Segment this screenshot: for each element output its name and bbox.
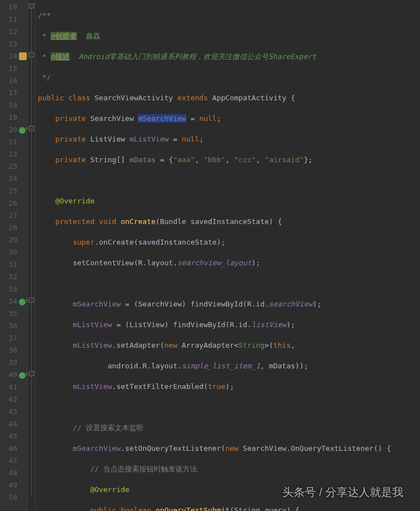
line-number[interactable]: 44 xyxy=(0,418,27,430)
code-line: * @描述 Android零基础入门到精通系列教程，欢迎关注微信公众号Share… xyxy=(38,51,420,63)
line-number[interactable]: 15 xyxy=(0,62,27,75)
line-number[interactable]: 25 xyxy=(0,185,27,197)
code-line: public boolean onQueryTextSubmit(String … xyxy=(38,504,420,511)
line-number[interactable]: 39 xyxy=(0,357,27,369)
code-line: mListView = (ListView) findViewById(R.id… xyxy=(38,319,420,331)
code-line: * @创建者 鑫鱻 xyxy=(38,30,420,42)
line-number[interactable]: 12 xyxy=(0,26,27,38)
line-number[interactable]: 36 xyxy=(0,320,27,332)
code-line: private ListView mListView = null; xyxy=(38,133,420,145)
code-line: protected void onCreate(Bundle savedInst… xyxy=(38,216,420,228)
line-number[interactable]: 26 xyxy=(0,197,27,210)
code-line: mListView.setTextFilterEnabled(true); xyxy=(38,381,420,393)
code-line: public class SearchViewActivity extends … xyxy=(38,92,420,104)
line-number[interactable]: 14 xyxy=(0,50,27,62)
line-number[interactable]: 46 xyxy=(0,442,27,455)
line-number[interactable]: 31 xyxy=(0,259,27,271)
code-line: mSearchView = (SearchView) findViewById(… xyxy=(38,298,420,310)
code-line: setContentView(R.layout.searchview_layou… xyxy=(38,257,420,269)
code-editor[interactable]: 10 11 12 13 14 15 16 17 18 19 20 21 22 2… xyxy=(0,0,420,511)
fold-toggle-icon[interactable]: - xyxy=(29,126,34,131)
code-line: mListView.setAdapter(new ArrayAdapter<St… xyxy=(38,339,420,352)
line-number[interactable]: 35 xyxy=(0,308,27,320)
line-number[interactable]: 34 xyxy=(0,295,27,308)
watermark-text: 头条号 / 分享达人就是我 xyxy=(282,485,403,500)
line-number[interactable]: 29 xyxy=(0,234,27,246)
fold-toggle-icon[interactable]: - xyxy=(29,371,34,376)
line-number[interactable]: 24 xyxy=(0,173,27,185)
line-number[interactable]: 18 xyxy=(0,99,27,111)
code-line: // 设置搜索文本监听 xyxy=(38,422,420,434)
line-number[interactable]: 30 xyxy=(0,246,27,259)
line-number[interactable]: 10 xyxy=(0,1,27,13)
fold-column[interactable]: - - - - - xyxy=(28,0,36,511)
code-area[interactable]: /** * @创建者 鑫鱻 * @描述 Android零基础入门到精通系列教程，… xyxy=(36,0,420,511)
fold-toggle-icon[interactable]: - xyxy=(29,52,34,57)
line-number[interactable]: 16 xyxy=(0,75,27,87)
line-number[interactable]: 17 xyxy=(0,87,27,99)
line-number[interactable]: 11 xyxy=(0,13,27,26)
line-number[interactable]: 37 xyxy=(0,332,27,344)
line-number[interactable]: 20 xyxy=(0,124,27,136)
line-number[interactable]: 22 xyxy=(0,148,27,160)
line-number[interactable]: 19 xyxy=(0,111,27,124)
code-line: mSearchView.setOnQueryTextListener(new S… xyxy=(38,442,420,455)
line-number[interactable]: 45 xyxy=(0,430,27,442)
code-line: android.R.layout.simple_list_item_1, mDa… xyxy=(38,360,420,372)
code-line xyxy=(38,278,420,290)
code-line xyxy=(38,174,420,187)
line-number[interactable]: 13 xyxy=(0,38,27,50)
code-line: @Override xyxy=(38,195,420,207)
line-number[interactable]: 28 xyxy=(0,222,27,234)
code-line: private String[] mDatas = {"aaa", "bbb",… xyxy=(38,154,420,166)
line-number[interactable]: 40 xyxy=(0,369,27,381)
line-number[interactable]: 21 xyxy=(0,136,27,148)
code-line: */ xyxy=(38,71,420,84)
line-number[interactable]: 27 xyxy=(0,210,27,222)
fold-toggle-icon[interactable]: - xyxy=(29,3,34,8)
line-number[interactable]: 32 xyxy=(0,271,27,283)
code-line xyxy=(38,401,420,413)
class-icon[interactable] xyxy=(19,52,27,60)
code-line: // 当点击搜索按钮时触发该方法 xyxy=(38,463,420,475)
line-number-gutter[interactable]: 10 11 12 13 14 15 16 17 18 19 20 21 22 2… xyxy=(0,0,28,511)
code-line: private SearchView mSearchView = null; xyxy=(38,113,420,125)
line-number[interactable]: 50 xyxy=(0,491,27,504)
line-number[interactable]: 48 xyxy=(0,467,27,479)
line-number[interactable]: 42 xyxy=(0,393,27,406)
line-number[interactable]: 38 xyxy=(0,344,27,357)
fold-toggle-icon[interactable]: - xyxy=(29,298,34,303)
code-line: /** xyxy=(38,9,420,22)
line-number[interactable]: 47 xyxy=(0,455,27,467)
line-number[interactable]: 43 xyxy=(0,406,27,418)
code-line: super.onCreate(savedInstanceState); xyxy=(38,236,420,249)
line-number[interactable]: 23 xyxy=(0,160,27,173)
line-number[interactable]: 41 xyxy=(0,381,27,393)
line-number[interactable]: 33 xyxy=(0,283,27,295)
line-number[interactable]: 49 xyxy=(0,479,27,491)
